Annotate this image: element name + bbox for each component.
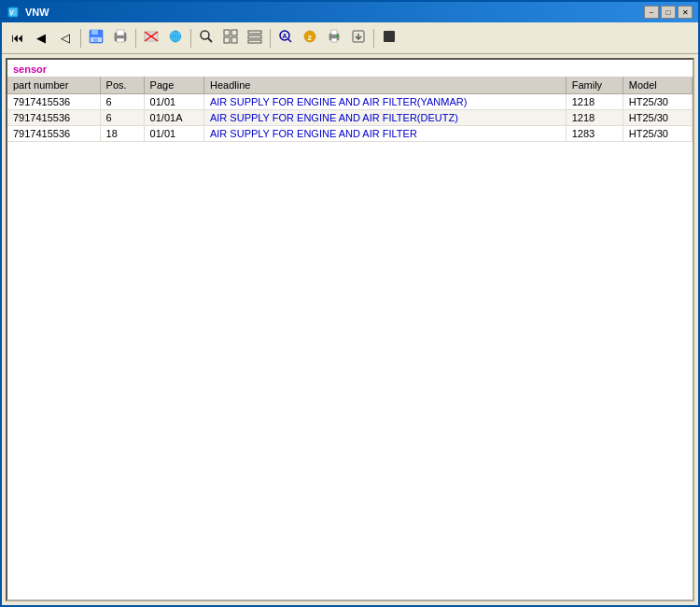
svg-rect-18 [224, 30, 230, 35]
svg-rect-24 [248, 40, 261, 43]
svg-rect-23 [248, 35, 261, 38]
col-headline: Headline [203, 77, 566, 94]
svg-text:2: 2 [308, 34, 313, 42]
headline-link[interactable]: AIR SUPPLY FOR ENGINE AND AIR FILTER(DEU… [210, 112, 458, 123]
col-part-number: part number [7, 77, 100, 94]
cell-part-number: 7917415536 [7, 110, 100, 126]
toolbar: ⏮ ◀ ◁ [2, 22, 698, 54]
cell-family: 1218 [566, 110, 623, 126]
col-pos: Pos. [100, 77, 144, 94]
view2-button[interactable] [244, 27, 266, 49]
find2-icon: 2 [302, 29, 317, 47]
main-window: V VNW − □ ✕ ⏮ ◀ ◁ [0, 0, 700, 607]
cell-headline[interactable]: AIR SUPPLY FOR ENGINE AND AIR FILTER(DEU… [203, 110, 566, 126]
col-page: Page [144, 77, 203, 94]
cell-pos: 6 [100, 94, 144, 110]
col-model: Model [623, 77, 692, 94]
view1-button[interactable] [219, 27, 242, 49]
results-table: part number Pos. Page Headline Family Mo… [7, 77, 693, 142]
search-icon [199, 29, 214, 47]
stop-icon [382, 29, 397, 47]
globe-button[interactable] [164, 27, 187, 49]
cell-pos: 6 [100, 110, 144, 126]
close-button[interactable]: ✕ [678, 6, 693, 19]
table-row: 7917415536601/01AAIR SUPPLY FOR ENGINE A… [7, 110, 693, 126]
no-image-icon [144, 29, 159, 47]
print-preview-button[interactable] [109, 27, 132, 49]
save-button[interactable] [85, 27, 107, 49]
cell-part-number: 7917415536 [7, 94, 100, 110]
find2-button[interactable]: 2 [299, 27, 321, 49]
find-button[interactable]: A [274, 27, 297, 49]
svg-text:V: V [9, 9, 14, 16]
cell-page: 01/01A [144, 110, 203, 126]
separator-2 [135, 29, 136, 48]
globe-icon [168, 29, 183, 47]
cell-headline[interactable]: AIR SUPPLY FOR ENGINE AND AIR FILTER [203, 126, 566, 142]
search-label: sensor [7, 60, 693, 77]
cell-model: HT25/30 [623, 126, 692, 142]
first-button[interactable]: ⏮ [6, 27, 28, 49]
svg-rect-7 [117, 30, 124, 35]
prev-icon: ◁ [61, 31, 70, 45]
svg-rect-20 [224, 37, 230, 43]
svg-rect-31 [331, 30, 337, 35]
app-icon: V [7, 6, 21, 19]
view1-icon [223, 29, 238, 47]
stop-button[interactable] [378, 27, 400, 49]
cell-family: 1283 [566, 126, 623, 142]
cell-model: HT25/30 [623, 110, 692, 126]
svg-rect-8 [117, 38, 124, 42]
prev-page-icon: ◀ [36, 31, 46, 45]
svg-rect-21 [231, 37, 237, 43]
print-icon [327, 29, 342, 47]
table-row: 7917415536601/01AIR SUPPLY FOR ENGINE AN… [7, 94, 693, 110]
save-icon [89, 29, 104, 47]
no-image-button[interactable] [140, 27, 162, 49]
svg-rect-19 [231, 30, 237, 35]
table-header-row: part number Pos. Page Headline Family Mo… [7, 77, 693, 94]
cell-page: 01/01 [144, 126, 203, 142]
prev-button[interactable]: ◁ [54, 27, 77, 49]
cell-family: 1218 [566, 94, 623, 110]
search-button[interactable] [195, 27, 217, 49]
print-preview-icon [113, 29, 128, 47]
svg-rect-3 [91, 30, 98, 35]
content-area: sensor part number Pos. Page Headline Fa… [6, 58, 694, 601]
svg-text:A: A [283, 33, 287, 39]
view2-icon [247, 29, 262, 47]
prev-page-button[interactable]: ◀ [30, 27, 52, 49]
window-controls: − □ ✕ [644, 6, 693, 19]
svg-rect-36 [384, 31, 395, 42]
cell-headline[interactable]: AIR SUPPLY FOR ENGINE AND AIR FILTER(YAN… [203, 94, 566, 110]
find-icon: A [278, 29, 293, 47]
export-button[interactable] [347, 27, 370, 49]
headline-link[interactable]: AIR SUPPLY FOR ENGINE AND AIR FILTER [210, 128, 417, 139]
svg-point-33 [336, 35, 338, 37]
cell-part-number: 7917415536 [7, 126, 100, 142]
separator-4 [270, 29, 271, 48]
svg-rect-5 [93, 38, 98, 42]
separator-3 [190, 29, 191, 48]
window-title: VNW [25, 7, 644, 18]
maximize-button[interactable]: □ [661, 6, 676, 19]
svg-rect-32 [331, 38, 337, 42]
first-icon: ⏮ [11, 31, 23, 45]
svg-line-27 [288, 39, 291, 42]
cell-model: HT25/30 [623, 94, 692, 110]
svg-line-17 [208, 38, 212, 42]
separator-5 [373, 29, 374, 48]
minimize-button[interactable]: − [644, 6, 659, 19]
separator-1 [80, 29, 81, 48]
export-icon [351, 29, 366, 47]
cell-page: 01/01 [144, 94, 203, 110]
col-family: Family [566, 77, 623, 94]
headline-link[interactable]: AIR SUPPLY FOR ENGINE AND AIR FILTER(YAN… [210, 96, 467, 107]
title-bar: V VNW − □ ✕ [2, 2, 698, 22]
svg-rect-22 [248, 31, 261, 34]
table-row: 79174155361801/01AIR SUPPLY FOR ENGINE A… [7, 126, 693, 142]
svg-point-16 [201, 31, 209, 39]
print-button[interactable] [323, 27, 345, 49]
cell-pos: 18 [100, 126, 144, 142]
